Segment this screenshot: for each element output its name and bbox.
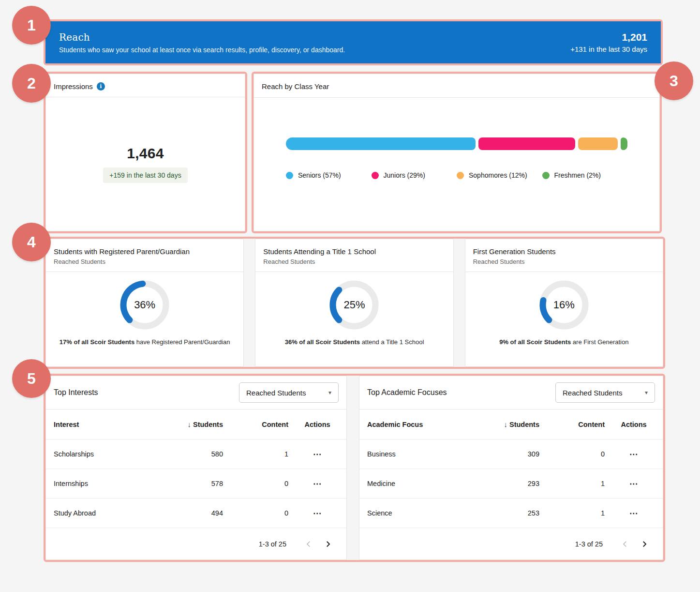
more-horiz-icon: ⋯ (313, 509, 322, 518)
column-label: Students (509, 421, 539, 428)
highlight-impressions: Impressions i 1,464 +159 in the last 30 … (44, 72, 247, 233)
more-actions-button[interactable]: ⋯ (629, 480, 638, 488)
annotation-number: 5 (27, 370, 36, 388)
card-title: Students Attending a Title 1 School (263, 247, 445, 256)
next-page-button[interactable] (635, 534, 654, 554)
content-cell: 1 (539, 480, 605, 487)
bar-segment-freshmen (621, 137, 627, 150)
caption-rest: have Registered Parent/Guardian (134, 338, 230, 346)
highlight-class-year: Reach by Class Year Seniors (57%) (252, 72, 662, 233)
chevron-down-icon: ▾ (645, 389, 648, 396)
reach-title: Reach (59, 31, 345, 43)
content-cell: 0 (223, 509, 288, 517)
column-interest: Interest (46, 421, 165, 428)
impressions-body: 1,464 +159 in the last 30 days (46, 97, 245, 231)
class-year-card: Reach by Class Year Seniors (57%) (253, 74, 660, 231)
students-cell: 578 (165, 480, 223, 487)
table-row: Medicine 293 1 ⋯ (359, 469, 663, 498)
chevron-left-icon (304, 540, 313, 548)
impressions-title: Impressions (54, 82, 93, 91)
info-icon[interactable]: i (97, 82, 105, 91)
pagination-label: 1-3 of 25 (575, 540, 603, 548)
column-content: Content (223, 421, 288, 428)
column-header-row: Academic Focus ↓Students Content Actions (359, 409, 663, 439)
reached-students-select[interactable]: Reached Students ▾ (555, 382, 655, 403)
select-value: Reached Students (563, 389, 622, 397)
donut-caption: 9% of all Scoir Students are First Gener… (499, 338, 628, 346)
previous-page-button[interactable] (615, 534, 635, 554)
next-page-button[interactable] (318, 534, 338, 554)
annotation-number: 2 (27, 75, 36, 92)
previous-page-button[interactable] (299, 534, 318, 554)
card-subtitle: Reached Students (473, 258, 655, 265)
interest-cell: Scholarships (46, 450, 165, 458)
legend-label: Juniors (29%) (384, 171, 425, 179)
table-row: Business 309 0 ⋯ (359, 439, 663, 469)
legend-item-freshmen: Freshmen (2%) (542, 171, 628, 179)
more-actions-button[interactable]: ⋯ (313, 509, 322, 517)
column-label: Students (193, 421, 223, 428)
annotation-number: 4 (27, 233, 36, 251)
column-academic-focus: Academic Focus (359, 421, 481, 428)
highlight-demographics: Students with Registered Parent/Guardian… (44, 237, 665, 369)
sort-desc-icon: ↓ (187, 420, 191, 428)
card-title: Students with Registered Parent/Guardian (54, 247, 236, 256)
pagination: 1-3 of 25 (359, 528, 663, 560)
top-interests-card: Top Interests Reached Students ▾ Interes… (45, 376, 347, 560)
title1-school-card: Students Attending a Title 1 School Reac… (255, 239, 453, 367)
chevron-down-icon: ▾ (328, 389, 331, 396)
first-generation-card: First Generation Students Reached Studen… (465, 239, 663, 367)
content-cell: 1 (223, 450, 288, 458)
donut-chart: 36% (118, 278, 171, 332)
annotation-badge-2: 2 (12, 64, 51, 103)
legend-item-sophomores: Sophomores (12%) (457, 171, 542, 179)
more-actions-button[interactable]: ⋯ (313, 480, 322, 488)
academic-focus-cell: Science (359, 509, 481, 517)
table-row: Science 253 1 ⋯ (359, 498, 663, 528)
interest-cell: Study Abroad (46, 509, 165, 517)
donut-body: 25% 36% of all Scoir Students attend a T… (255, 272, 453, 366)
card-subtitle: Reached Students (263, 258, 445, 265)
students-cell: 309 (481, 450, 539, 458)
students-cell: 580 (165, 450, 223, 458)
content-cell: 0 (223, 480, 288, 487)
interest-cell: Internships (46, 480, 165, 487)
reach-banner-text: Reach Students who saw your school at le… (59, 31, 345, 54)
donut-chart: 25% (328, 278, 381, 332)
column-students-sort[interactable]: ↓Students (481, 420, 539, 428)
donut-body: 16% 9% of all Scoir Students are First G… (465, 272, 663, 366)
bar-segment-sophomores (578, 137, 618, 150)
table-row: Internships 578 0 ⋯ (46, 469, 346, 498)
annotation-badge-4: 4 (12, 223, 51, 261)
content-cell: 0 (539, 450, 605, 458)
column-header-row: Interest ↓Students Content Actions (46, 409, 346, 439)
annotation-badge-3: 3 (655, 61, 693, 100)
reach-description: Students who saw your school at least on… (59, 46, 345, 54)
pagination: 1-3 of 25 (46, 528, 346, 560)
more-actions-button[interactable]: ⋯ (629, 450, 638, 458)
reach-value: 1,201 (570, 31, 647, 43)
column-students-sort[interactable]: ↓Students (165, 420, 223, 428)
legend-label: Seniors (57%) (298, 171, 341, 179)
more-horiz-icon: ⋯ (629, 479, 638, 488)
card-header: First Generation Students Reached Studen… (465, 239, 663, 272)
tables-row: Top Interests Reached Students ▾ Interes… (45, 376, 663, 560)
reach-banner: Reach Students who saw your school at le… (45, 21, 661, 63)
donut-value: 16% (537, 278, 591, 332)
table-header: Top Interests Reached Students ▾ (46, 376, 346, 409)
reach-delta: +131 in the last 30 days (570, 45, 647, 53)
class-year-header: Reach by Class Year (254, 74, 659, 98)
table-title: Top Academic Focuses (367, 388, 447, 397)
caption-bold: 36% of all Scoir Students (285, 338, 360, 346)
column-content: Content (539, 421, 605, 428)
reached-students-select[interactable]: Reached Students ▾ (239, 382, 339, 403)
more-actions-button[interactable]: ⋯ (313, 450, 322, 458)
donut-body: 36% 17% of all Scoir Students have Regis… (46, 272, 243, 366)
highlight-tables: Top Interests Reached Students ▾ Interes… (44, 374, 665, 562)
card-header: Students Attending a Title 1 School Reac… (255, 239, 453, 272)
impressions-value: 1,464 (127, 145, 164, 162)
pagination-label: 1-3 of 25 (259, 540, 286, 548)
more-actions-button[interactable]: ⋯ (629, 509, 638, 517)
card-subtitle: Reached Students (54, 258, 236, 265)
top-academic-focuses-card: Top Academic Focuses Reached Students ▾ … (359, 376, 663, 560)
